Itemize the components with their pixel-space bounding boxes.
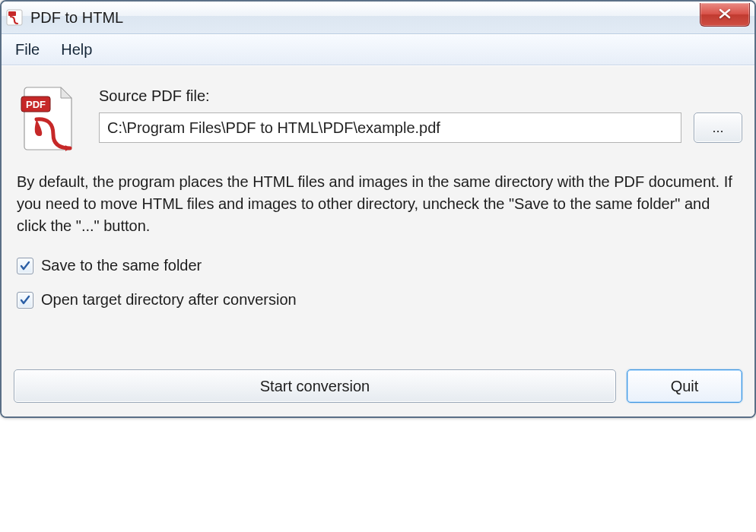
save-same-folder-checkbox[interactable] (17, 258, 33, 274)
window-title: PDF to HTML (30, 9, 123, 27)
start-conversion-button[interactable]: Start conversion (14, 369, 616, 403)
svg-text:PDF: PDF (26, 99, 46, 110)
start-button-label: Start conversion (260, 378, 370, 395)
app-window: PDF to HTML File Help PDF (0, 0, 756, 418)
source-path-input[interactable] (99, 112, 681, 143)
button-row: Start conversion Quit (14, 369, 742, 403)
option-open-target-dir: Open target directory after conversion (17, 291, 739, 309)
source-file-label: Source PDF file: (99, 87, 742, 105)
description-text: By default, the program places the HTML … (17, 171, 739, 237)
pdf-file-icon: PDF (18, 84, 81, 154)
menu-help[interactable]: Help (61, 41, 92, 59)
close-button[interactable] (700, 3, 750, 27)
menubar: File Help (2, 34, 754, 65)
source-file-section: PDF Source PDF file: ... (18, 84, 742, 154)
close-icon (718, 7, 732, 23)
open-target-dir-label[interactable]: Open target directory after conversion (41, 291, 297, 309)
menu-file[interactable]: File (15, 41, 40, 59)
svg-rect-1 (8, 11, 16, 16)
quit-button-label: Quit (671, 378, 699, 395)
option-save-same-folder: Save to the same folder (17, 257, 739, 274)
quit-button[interactable]: Quit (627, 369, 742, 403)
app-icon (6, 9, 23, 26)
titlebar: PDF to HTML (2, 2, 754, 34)
browse-button[interactable]: ... (694, 112, 742, 143)
open-target-dir-checkbox[interactable] (17, 292, 33, 309)
client-area: PDF Source PDF file: ... By default, the… (2, 65, 754, 416)
save-same-folder-label[interactable]: Save to the same folder (41, 257, 202, 274)
ellipsis-icon: ... (712, 120, 723, 136)
